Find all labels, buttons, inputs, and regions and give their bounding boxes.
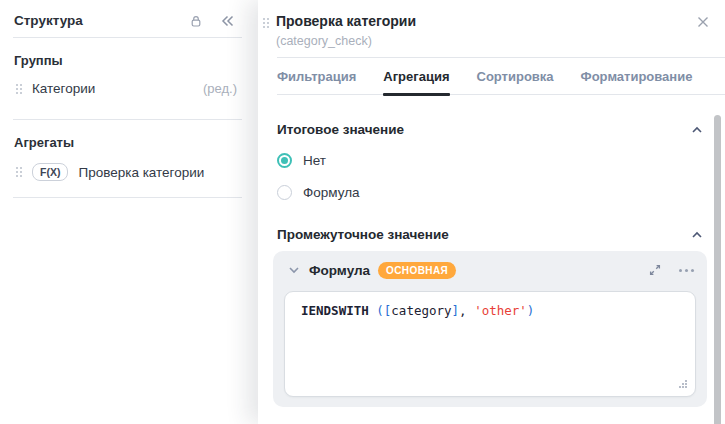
drawer-header: Проверка категории (category_check) <box>258 0 725 48</box>
code-token: category <box>391 303 451 318</box>
code-token: ] <box>452 303 460 318</box>
divider <box>13 197 242 198</box>
radio-icon[interactable] <box>277 153 292 168</box>
groups-heading: Группы <box>14 53 258 68</box>
code-token: , <box>459 303 474 318</box>
drag-handle-icon[interactable] <box>263 18 269 28</box>
structure-panel-header: Структура <box>14 13 234 28</box>
radio-option-formula[interactable]: Формула <box>277 185 725 200</box>
code-token: ) <box>527 303 535 318</box>
more-menu-icon[interactable] <box>679 268 696 272</box>
drag-handle-icon[interactable] <box>16 84 22 94</box>
divider <box>13 119 242 120</box>
code-token: ([ <box>376 303 391 318</box>
radio-icon[interactable] <box>277 185 292 200</box>
lock-icon[interactable] <box>189 14 203 28</box>
code-token: IENDSWITH <box>301 303 376 318</box>
section-title: Итоговое значение <box>277 122 691 137</box>
panel-title: Структура <box>14 13 172 28</box>
list-item-category-check[interactable]: F(X) Проверка категории <box>16 163 237 181</box>
formula-field-badge: F(X) <box>32 163 68 181</box>
drawer-title: Проверка категории <box>276 13 416 30</box>
field-editor-drawer: Проверка категории (category_check) Филь… <box>258 0 725 424</box>
chevron-up-icon[interactable] <box>691 230 703 240</box>
tab-formatting[interactable]: Форматирование <box>581 58 693 94</box>
divider <box>13 37 242 38</box>
structure-panel: Структура Группы Категории (ред.) Агрега… <box>0 0 258 424</box>
code-token: 'other' <box>474 303 527 318</box>
close-icon[interactable] <box>697 16 709 28</box>
collapse-panel-icon[interactable] <box>220 15 234 27</box>
formula-code-editor[interactable]: IENDSWITH ([category], 'other') <box>284 291 696 397</box>
tab-bar: Фильтрация Агрегация Сортировка Форматир… <box>277 58 725 95</box>
radio-label: Формула <box>303 185 360 200</box>
formula-card-title: Формула <box>309 263 370 278</box>
tab-sorting[interactable]: Сортировка <box>477 58 554 94</box>
drag-handle-icon[interactable] <box>16 167 22 177</box>
formula-code-line[interactable]: IENDSWITH ([category], 'other') <box>285 292 695 330</box>
radio-option-none[interactable]: Нет <box>277 153 725 168</box>
chevron-down-icon[interactable] <box>288 265 300 275</box>
aggregates-heading: Агрегаты <box>14 135 258 150</box>
radio-label: Нет <box>303 153 326 168</box>
vertical-scrollbar[interactable] <box>714 115 721 424</box>
expand-icon[interactable] <box>648 263 662 277</box>
list-item-categories[interactable]: Категории (ред.) <box>16 81 237 96</box>
formula-card: Формула ОСНОВНАЯ IENDSWITH ([category], … <box>273 251 707 407</box>
formula-card-header: Формула ОСНОВНАЯ <box>284 259 696 281</box>
total-value-section-header: Итоговое значение <box>277 122 703 137</box>
section-title: Промежуточное значение <box>277 227 691 242</box>
edit-hint[interactable]: (ред.) <box>203 81 237 96</box>
tab-filtering[interactable]: Фильтрация <box>277 58 356 94</box>
drawer-subtitle: (category_check) <box>276 34 416 48</box>
intermediate-value-section-header: Промежуточное значение <box>277 227 703 242</box>
list-item-label: Категории <box>32 81 95 96</box>
tab-aggregation[interactable]: Агрегация <box>383 58 449 94</box>
chevron-up-icon[interactable] <box>691 125 703 135</box>
primary-badge: ОСНОВНАЯ <box>378 262 456 279</box>
resize-grip-icon[interactable] <box>685 386 687 388</box>
list-item-label: Проверка категории <box>78 165 204 180</box>
